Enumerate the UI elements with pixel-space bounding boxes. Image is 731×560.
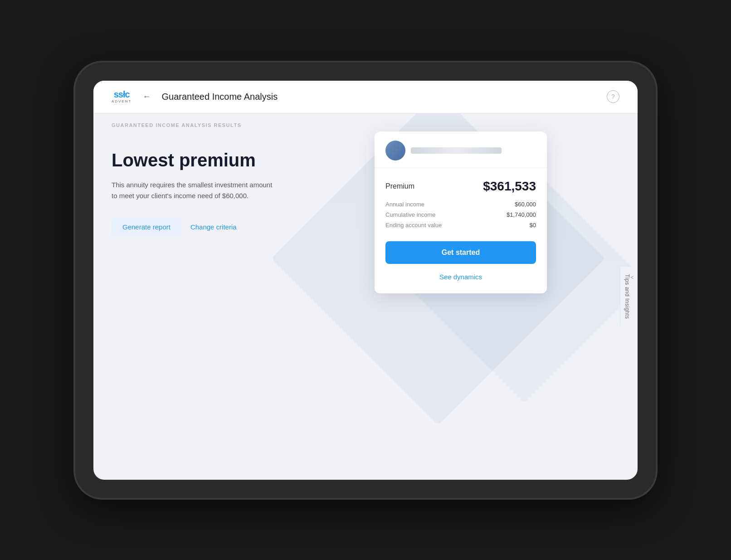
tips-label: Tips and Insights xyxy=(624,274,630,319)
cumulative-income-row: Cumulative income $1,740,000 xyxy=(385,211,536,218)
card-headline: Lowest premium xyxy=(112,150,329,170)
left-content: Lowest premium This annuity requires the… xyxy=(112,150,329,236)
logo-sub: ADVENT xyxy=(112,100,132,103)
logo-text: ssłc xyxy=(114,90,130,99)
action-buttons: Generate report Change criteria xyxy=(112,218,329,236)
tablet-screen: ssłc ADVENT ← Guaranteed Income Analysis… xyxy=(93,81,638,480)
product-name-blurred xyxy=(411,147,502,154)
premium-value: $361,533 xyxy=(483,179,536,194)
product-avatar xyxy=(385,141,405,161)
annual-income-label: Annual income xyxy=(385,201,424,208)
page-title: Guaranteed Income Analysis xyxy=(161,92,278,102)
cumulative-income-value: $1,740,000 xyxy=(507,211,536,218)
ending-account-label: Ending account value xyxy=(385,222,442,229)
ending-account-row: Ending account value $0 xyxy=(385,222,536,229)
see-dynamics-button[interactable]: See dynamics xyxy=(385,271,536,282)
card-body: Premium $361,533 Annual income $60,000 C… xyxy=(375,168,547,293)
premium-row: Premium $361,533 xyxy=(385,179,536,194)
back-arrow-icon[interactable]: ← xyxy=(142,92,151,102)
logo: ssłc ADVENT xyxy=(112,90,132,103)
ending-account-value: $0 xyxy=(530,222,536,229)
change-criteria-button[interactable]: Change criteria xyxy=(190,223,237,231)
cumulative-income-label: Cumulative income xyxy=(385,211,436,218)
header-left: ssłc ADVENT ← Guaranteed Income Analysis xyxy=(112,90,278,103)
tips-chevron-icon: < xyxy=(630,274,634,280)
card-header xyxy=(375,131,547,168)
help-icon[interactable]: ? xyxy=(607,90,619,103)
header: ssłc ADVENT ← Guaranteed Income Analysis… xyxy=(93,81,638,113)
generate-report-button[interactable]: Generate report xyxy=(112,218,181,236)
get-started-button[interactable]: Get started xyxy=(385,241,536,264)
product-card: Premium $361,533 Annual income $60,000 C… xyxy=(375,131,547,293)
tablet-frame: ssłc ADVENT ← Guaranteed Income Analysis… xyxy=(75,63,656,498)
section-label: GUARANTEED INCOME ANALYSIS RESULTS xyxy=(93,113,638,128)
annual-income-row: Annual income $60,000 xyxy=(385,201,536,208)
premium-label: Premium xyxy=(385,182,414,190)
main-content: GUARANTEED INCOME ANALYSIS RESULTS Lowes… xyxy=(93,113,638,480)
annual-income-value: $60,000 xyxy=(515,201,536,208)
tips-sidebar[interactable]: < Tips and Insights xyxy=(620,267,638,326)
card-description: This annuity requires the smallest inves… xyxy=(112,180,275,201)
